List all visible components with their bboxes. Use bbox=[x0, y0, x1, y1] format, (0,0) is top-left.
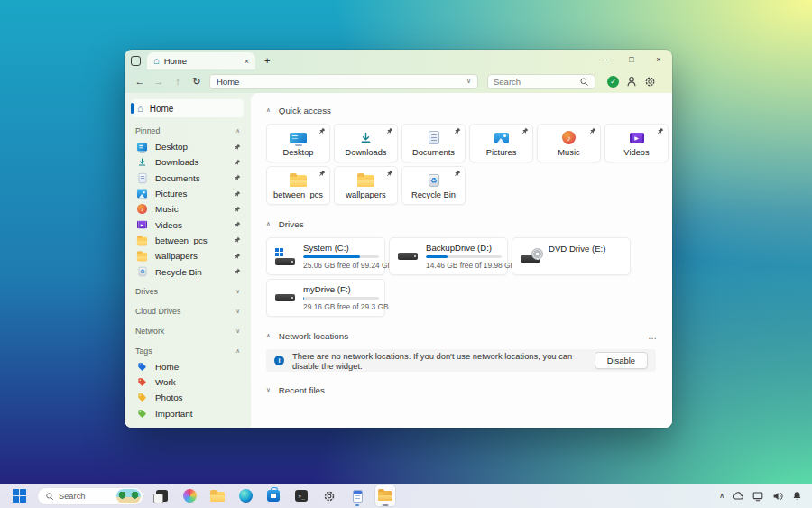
sidebar-item-between-pcs[interactable]: between_pcs bbox=[125, 233, 251, 248]
address-bar[interactable]: Home ∨ bbox=[209, 74, 478, 89]
new-tab-button[interactable]: + bbox=[264, 55, 270, 66]
chevron-down-icon[interactable]: ∨ bbox=[235, 308, 240, 315]
chevron-down-icon[interactable]: ∨ bbox=[266, 386, 271, 393]
display-network-icon[interactable] bbox=[752, 490, 764, 503]
onedrive-cloud-icon[interactable] bbox=[732, 490, 744, 503]
pin-icon[interactable] bbox=[318, 127, 326, 134]
drive-card-system-c[interactable]: System (C:) 25.06 GB free of 99.24 GB bbox=[266, 237, 385, 275]
pin-icon[interactable] bbox=[589, 127, 596, 134]
sync-status-icon[interactable]: ✓ bbox=[607, 76, 619, 88]
more-options-icon[interactable]: … bbox=[648, 331, 658, 341]
explorer-search-box[interactable] bbox=[487, 74, 595, 89]
pin-icon[interactable] bbox=[234, 206, 241, 213]
pin-icon[interactable] bbox=[234, 221, 241, 228]
recent-files-header[interactable]: ∨ Recent files bbox=[266, 383, 658, 397]
notepad-button[interactable] bbox=[347, 485, 367, 506]
section-header-cloud-drives[interactable]: Cloud Drives ∨ bbox=[125, 303, 251, 319]
sidebar-item-desktop[interactable]: Desktop bbox=[125, 139, 251, 154]
pin-icon[interactable] bbox=[234, 268, 241, 275]
copilot-button[interactable] bbox=[180, 485, 199, 506]
task-view-button[interactable] bbox=[152, 485, 171, 506]
pin-icon[interactable] bbox=[386, 127, 393, 134]
settings-button[interactable] bbox=[319, 485, 339, 506]
hidden-icons-chevron[interactable]: ∧ bbox=[719, 492, 724, 500]
tile-wallpapers[interactable]: wallpapers bbox=[334, 166, 398, 205]
settings-gear-icon[interactable] bbox=[644, 76, 656, 88]
pin-icon[interactable] bbox=[234, 159, 241, 166]
search-highlight-image[interactable] bbox=[116, 489, 141, 503]
section-header-drives[interactable]: Drives ∨ bbox=[125, 283, 251, 300]
quick-access-header[interactable]: ∧ Quick access bbox=[266, 103, 658, 117]
tile-recycle-bin[interactable]: ♻ Recycle Bin bbox=[401, 166, 466, 205]
sidebar-item-videos[interactable]: ▶ Videos bbox=[125, 217, 251, 232]
drive-card-mydrive-f[interactable]: myDrive (F:) 29.16 GB free of 29.3 GB bbox=[266, 279, 385, 317]
taskbar-search[interactable] bbox=[37, 487, 143, 505]
back-button[interactable]: ← bbox=[134, 76, 146, 87]
close-button[interactable]: × bbox=[645, 50, 672, 69]
forward-button[interactable]: → bbox=[152, 76, 165, 87]
up-button[interactable]: ↑ bbox=[171, 76, 184, 87]
pin-icon[interactable] bbox=[521, 127, 529, 134]
disable-button[interactable]: Disable bbox=[595, 352, 648, 369]
tile-desktop[interactable]: Desktop bbox=[266, 124, 330, 162]
network-locations-header[interactable]: ∧ Network locations … bbox=[266, 328, 658, 343]
sidebar-tag-photos[interactable]: Photos bbox=[125, 390, 251, 405]
volume-icon[interactable] bbox=[771, 490, 784, 503]
address-dropdown-icon[interactable]: ∨ bbox=[466, 78, 471, 85]
pin-icon[interactable] bbox=[386, 170, 393, 177]
edge-button[interactable] bbox=[235, 485, 255, 506]
sidebar-item-recycle-bin[interactable]: ♻ Recycle Bin bbox=[125, 263, 251, 279]
sidebar-tag-home[interactable]: Home bbox=[125, 359, 251, 374]
sidebar-tag-important[interactable]: Important bbox=[125, 406, 251, 421]
terminal-button[interactable]: >_ bbox=[291, 485, 311, 506]
tile-pictures[interactable]: Pictures bbox=[469, 124, 533, 162]
sidebar-item-music[interactable]: ♪ Music bbox=[125, 201, 251, 217]
search-input[interactable] bbox=[494, 77, 576, 87]
microsoft-store-button[interactable] bbox=[263, 485, 283, 506]
tile-between-pcs[interactable]: between_pcs bbox=[266, 166, 330, 205]
refresh-button[interactable]: ↻ bbox=[190, 76, 203, 88]
file-explorer-window-button[interactable] bbox=[375, 485, 395, 506]
drives-header[interactable]: ∧ Drives bbox=[266, 217, 658, 231]
tab-home[interactable]: ⌂ Home × bbox=[147, 52, 255, 69]
tile-videos[interactable]: ▶ Videos bbox=[604, 124, 669, 162]
sidebar-item-home[interactable]: ⌂ Home bbox=[132, 99, 244, 117]
file-explorer-button[interactable] bbox=[208, 485, 227, 506]
chevron-up-icon[interactable]: ∧ bbox=[235, 347, 240, 355]
section-header-tags[interactable]: Tags ∧ bbox=[125, 343, 251, 359]
pin-icon[interactable] bbox=[234, 174, 241, 181]
chevron-up-icon[interactable]: ∧ bbox=[266, 220, 271, 227]
chevron-up-icon[interactable]: ∧ bbox=[266, 106, 271, 114]
drive-card-backupdrive-d[interactable]: BackupDrive (D:) 14.46 GB free of 19.98 … bbox=[389, 237, 508, 275]
section-header-network[interactable]: Network ∨ bbox=[125, 323, 251, 339]
tab-close-icon[interactable]: × bbox=[245, 57, 249, 66]
pin-icon[interactable] bbox=[234, 253, 241, 260]
share-icon[interactable] bbox=[625, 75, 638, 88]
pin-icon[interactable] bbox=[657, 127, 664, 134]
chevron-down-icon[interactable]: ∨ bbox=[235, 328, 240, 335]
section-header-pinned[interactable]: Pinned ∧ bbox=[125, 123, 251, 139]
pin-icon[interactable] bbox=[454, 127, 461, 134]
pin-icon[interactable] bbox=[234, 143, 241, 151]
notification-bell-icon[interactable] bbox=[791, 490, 803, 502]
sidebar-tag-work[interactable]: Work bbox=[125, 374, 251, 390]
sidebar-item-downloads[interactable]: Downloads bbox=[125, 154, 251, 170]
start-button[interactable] bbox=[9, 485, 29, 506]
pin-icon[interactable] bbox=[454, 170, 461, 177]
pin-icon[interactable] bbox=[234, 236, 241, 244]
chevron-down-icon[interactable]: ∨ bbox=[235, 288, 240, 295]
pin-icon[interactable] bbox=[234, 190, 241, 198]
minimize-button[interactable]: – bbox=[591, 50, 618, 69]
pin-icon[interactable] bbox=[318, 170, 326, 177]
sidebar-item-wallpapers[interactable]: wallpapers bbox=[125, 248, 251, 263]
chevron-up-icon[interactable]: ∧ bbox=[266, 332, 271, 339]
taskbar-search-input[interactable] bbox=[59, 492, 112, 501]
tile-music[interactable]: ♪ Music bbox=[537, 124, 601, 162]
sidebar-item-pictures[interactable]: Pictures bbox=[125, 186, 251, 201]
maximize-button[interactable]: □ bbox=[618, 50, 645, 69]
drive-card-dvd-e[interactable]: DVD Drive (E:) bbox=[512, 237, 631, 275]
tile-documents[interactable]: Documents bbox=[401, 124, 466, 162]
chevron-up-icon[interactable]: ∧ bbox=[235, 127, 240, 134]
tile-downloads[interactable]: Downloads bbox=[334, 124, 398, 162]
sidebar-item-documents[interactable]: Documents bbox=[125, 171, 251, 186]
